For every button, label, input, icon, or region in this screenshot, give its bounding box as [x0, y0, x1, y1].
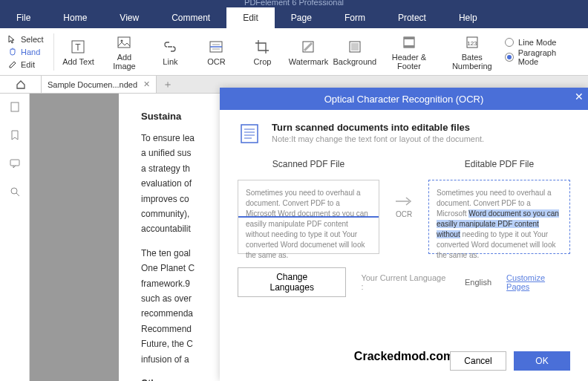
ocr-title-text: Optical Character Recognition (OCR) — [324, 94, 484, 105]
home-icon — [16, 79, 26, 90]
header-footer-icon — [400, 33, 418, 51]
ribbon-tools: T Add Text Add Image Link OCR Crop Water… — [54, 33, 505, 71]
line-mode-label: Line Mode — [518, 38, 556, 47]
watermark-button[interactable]: Watermark — [289, 33, 327, 71]
background-label: Background — [333, 57, 377, 66]
home-tab[interactable] — [0, 76, 42, 93]
menu-home[interactable]: Home — [47, 7, 103, 28]
ocr-arrow-label: OCR — [396, 210, 412, 218]
svg-point-3 — [121, 39, 123, 42]
new-tab-button[interactable]: ＋ — [157, 78, 179, 91]
watermark-label: Watermark — [289, 57, 328, 66]
paragraph-mode-label: Paragraph Mode — [518, 48, 576, 66]
scanned-text: Sometimes you need to overhaul a documen… — [246, 189, 368, 259]
menu-edit[interactable]: Edit — [226, 7, 275, 28]
svg-rect-13 — [11, 102, 19, 111]
customize-pages-link[interactable]: Customize Pages — [506, 273, 570, 291]
radio-on-icon — [505, 53, 514, 62]
select-tool[interactable]: Select — [6, 33, 50, 45]
ocr-footer: Cancel OK — [450, 351, 570, 371]
titlebar: PDFelement 6 Professional — [0, 0, 588, 7]
thumbnails-icon[interactable] — [9, 101, 21, 113]
link-icon — [161, 38, 179, 56]
add-text-button[interactable]: T Add Text — [59, 33, 97, 71]
search-icon[interactable] — [9, 186, 21, 198]
comments-icon[interactable] — [9, 157, 21, 169]
ocr-scanned-col: Scanned PDF File Sometimes you need to o… — [238, 159, 379, 254]
watermark-text: Crackedmod.com — [354, 350, 454, 363]
bates-label: Bates Numbering — [444, 53, 501, 71]
select-label: Select — [21, 35, 44, 44]
ocr-button[interactable]: OCR — [197, 33, 235, 71]
crop-button[interactable]: Crop — [243, 33, 281, 71]
editable-title: Editable PDF File — [428, 159, 570, 169]
text-icon: T — [69, 38, 87, 56]
menu-page[interactable]: Page — [275, 7, 328, 28]
edit-label: Edit — [21, 60, 35, 69]
ribbon: Select Hand Edit T Add Text Add Image Li… — [0, 28, 588, 76]
add-image-label: Add Image — [105, 53, 143, 71]
ribbon-mode-group: Select Hand Edit — [6, 33, 54, 71]
link-label: Link — [163, 57, 177, 66]
svg-point-15 — [11, 188, 17, 194]
header-footer-button[interactable]: Header & Footer — [382, 33, 436, 71]
hand-label: Hand — [21, 48, 40, 56]
document-tab[interactable]: Sample Documen...nded ✕ — [42, 76, 157, 93]
ocr-heading: Turn scanned documents into editable fil… — [272, 122, 484, 133]
cancel-button[interactable]: Cancel — [450, 351, 506, 371]
svg-rect-10 — [404, 45, 414, 48]
crop-icon — [253, 38, 271, 56]
app-title: PDFelement 6 Professional — [244, 0, 344, 7]
menu-help[interactable]: Help — [442, 7, 494, 28]
background-button[interactable]: Background — [335, 33, 374, 71]
ocr-dialog: Optical Character Recognition (OCR) ✕ Tu… — [220, 88, 588, 381]
add-image-button[interactable]: Add Image — [105, 33, 143, 71]
background-icon — [346, 38, 364, 56]
scanned-title: Scanned PDF File — [238, 159, 379, 169]
tab-title: Sample Documen...nded — [48, 80, 137, 89]
link-button[interactable]: Link — [151, 33, 189, 71]
bates-button[interactable]: 123 Bates Numbering — [444, 33, 501, 71]
menu-comment[interactable]: Comment — [155, 7, 226, 28]
svg-rect-9 — [404, 37, 414, 39]
image-icon — [115, 33, 133, 51]
pencil-icon — [7, 59, 18, 70]
svg-text:123: 123 — [467, 40, 477, 47]
change-languages-button[interactable]: Change Languages — [238, 267, 346, 297]
menu-file[interactable]: File — [0, 7, 47, 28]
ocr-editable-col: Editable PDF File Sometimes you need to … — [428, 159, 570, 254]
watermark-icon — [299, 38, 317, 56]
menu-view[interactable]: View — [103, 7, 155, 28]
hand-icon — [7, 47, 18, 57]
bates-icon: 123 — [463, 33, 481, 51]
side-rail — [0, 94, 30, 381]
paragraph-mode-radio[interactable]: Paragraph Mode — [505, 48, 576, 66]
ocr-icon — [207, 38, 225, 56]
line-mode-radio[interactable]: Line Mode — [505, 38, 576, 47]
hand-tool[interactable]: Hand — [6, 46, 50, 58]
current-language-label: Your Current Language : — [361, 273, 450, 291]
header-footer-label: Header & Footer — [382, 53, 436, 71]
cursor-icon — [7, 34, 18, 45]
arrow-right-icon — [394, 195, 414, 207]
menu-form[interactable]: Form — [328, 7, 382, 28]
radio-off-icon — [505, 38, 514, 47]
svg-rect-16 — [241, 125, 258, 143]
ocr-note: Note:It may change the text font or layo… — [272, 134, 484, 143]
ocr-arrow: OCR — [385, 195, 422, 218]
ok-button[interactable]: OK — [514, 351, 570, 371]
mode-selector: Line Mode Paragraph Mode — [505, 38, 582, 66]
tab-close-icon[interactable]: ✕ — [143, 79, 150, 89]
svg-rect-7 — [351, 43, 359, 51]
close-icon[interactable]: ✕ — [575, 91, 584, 102]
menu-protect[interactable]: Protect — [382, 7, 442, 28]
ocr-language-row: Change Languages Your Current Language :… — [238, 267, 570, 297]
crop-label: Crop — [254, 57, 272, 66]
edit-tool[interactable]: Edit — [6, 59, 50, 71]
bookmark-icon[interactable] — [9, 129, 21, 141]
svg-text:T: T — [76, 42, 82, 53]
ocr-header: Turn scanned documents into editable fil… — [238, 122, 570, 146]
ocr-header-text: Turn scanned documents into editable fil… — [272, 122, 484, 143]
ocr-label: OCR — [207, 57, 225, 66]
add-text-label: Add Text — [62, 57, 94, 66]
